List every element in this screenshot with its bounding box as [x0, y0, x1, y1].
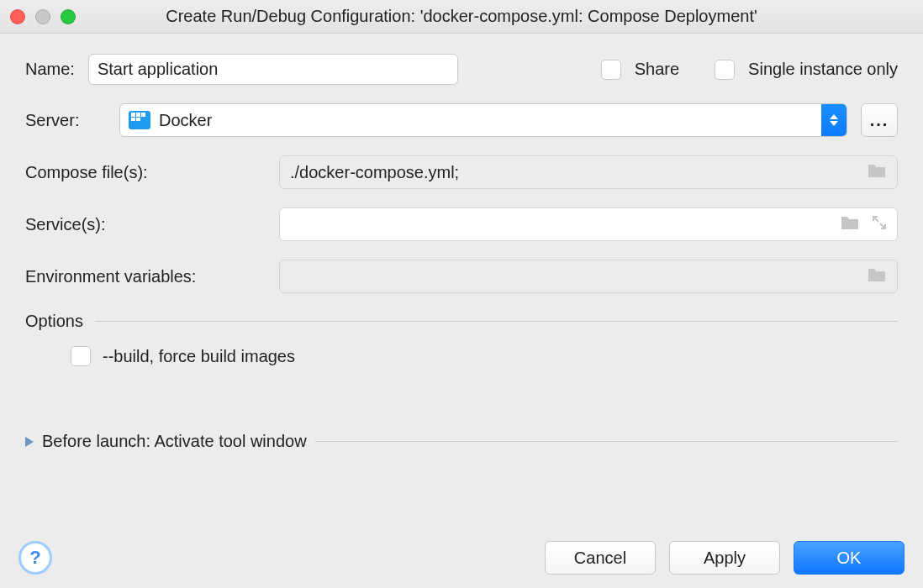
server-label: Server:	[25, 111, 106, 130]
window-controls	[10, 9, 76, 24]
help-button[interactable]: ?	[18, 541, 52, 575]
titlebar: Create Run/Debug Configuration: 'docker-…	[0, 0, 923, 34]
before-launch-label: Before launch: Activate tool window	[42, 432, 307, 451]
name-label: Name:	[25, 60, 75, 79]
minimize-icon[interactable]	[35, 9, 50, 24]
compose-files-row: Compose file(s): ./docker-compose.yml;	[25, 155, 898, 189]
apply-label: Apply	[704, 549, 746, 568]
share-checkbox[interactable]	[601, 60, 621, 80]
divider	[315, 441, 898, 442]
compose-files-label: Compose file(s):	[25, 163, 279, 182]
compose-files-value: ./docker-compose.yml;	[290, 163, 459, 182]
options-heading: Options	[25, 312, 898, 331]
divider	[95, 321, 898, 322]
server-value: Docker	[159, 111, 212, 130]
single-instance-label: Single instance only	[748, 60, 898, 79]
services-label: Service(s):	[25, 215, 279, 234]
dialog-body: Name: Share Single instance only Server:…	[0, 34, 923, 451]
env-vars-row: Environment variables:	[25, 260, 898, 293]
build-label: --build, force build images	[103, 347, 295, 366]
server-browse-button[interactable]: ...	[861, 103, 898, 137]
window-title: Create Run/Debug Configuration: 'docker-…	[166, 7, 757, 26]
dialog-footer: ? Cancel Apply OK	[0, 528, 923, 588]
cancel-label: Cancel	[574, 549, 626, 568]
compose-files-field[interactable]: ./docker-compose.yml;	[279, 155, 898, 189]
build-checkbox[interactable]	[71, 346, 91, 366]
single-instance-checkbox[interactable]	[715, 60, 735, 80]
name-row: Name: Share Single instance only	[25, 54, 898, 85]
services-field[interactable]	[279, 207, 898, 241]
services-row: Service(s):	[25, 207, 898, 241]
expand-icon[interactable]	[872, 215, 887, 234]
zoom-icon[interactable]	[61, 9, 76, 24]
server-combobox[interactable]: Docker	[119, 103, 847, 137]
close-icon[interactable]	[10, 9, 25, 24]
docker-icon	[129, 111, 150, 129]
apply-button[interactable]: Apply	[669, 541, 780, 575]
help-icon: ?	[29, 547, 40, 569]
server-row: Server: Docker ...	[25, 103, 898, 137]
env-vars-label: Environment variables:	[25, 267, 279, 286]
combobox-spinner-icon[interactable]	[821, 104, 847, 136]
ellipsis-icon: ...	[870, 111, 889, 130]
share-label: Share	[635, 60, 679, 79]
env-vars-field[interactable]	[279, 260, 898, 293]
disclosure-right-icon	[25, 437, 34, 447]
name-input[interactable]	[88, 54, 458, 85]
folder-icon[interactable]	[867, 162, 887, 183]
before-launch-heading[interactable]: Before launch: Activate tool window	[25, 432, 898, 451]
folder-icon[interactable]	[867, 266, 887, 287]
build-option-row: --build, force build images	[25, 346, 898, 366]
ok-button[interactable]: OK	[794, 541, 905, 575]
options-heading-label: Options	[25, 312, 83, 331]
cancel-button[interactable]: Cancel	[545, 541, 656, 575]
ok-label: OK	[837, 549, 862, 568]
folder-icon[interactable]	[840, 214, 860, 235]
